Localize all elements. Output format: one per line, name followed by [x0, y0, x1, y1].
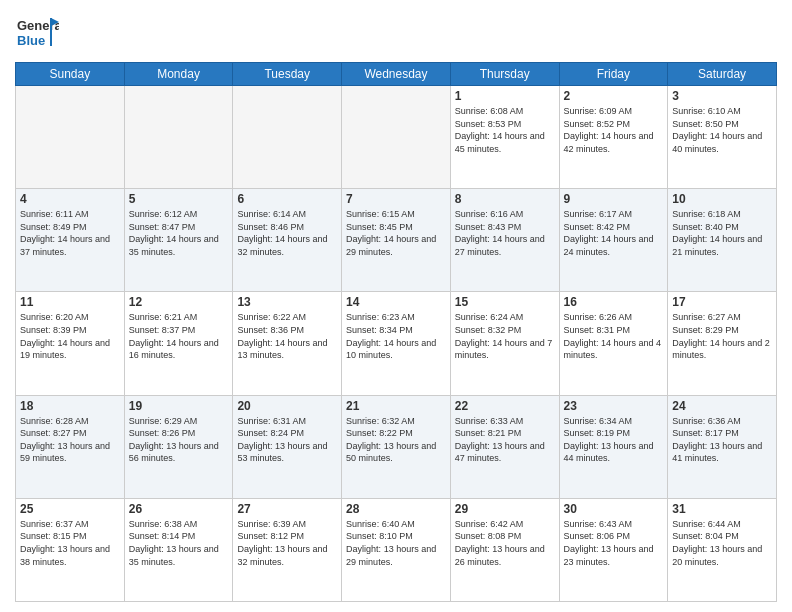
calendar-cell: 4Sunrise: 6:11 AMSunset: 8:49 PMDaylight… [16, 189, 125, 292]
day-header-sunday: Sunday [16, 63, 125, 86]
day-number: 17 [672, 295, 772, 309]
day-info: Sunrise: 6:31 AMSunset: 8:24 PMDaylight:… [237, 415, 337, 465]
calendar-cell: 13Sunrise: 6:22 AMSunset: 8:36 PMDayligh… [233, 292, 342, 395]
day-number: 26 [129, 502, 229, 516]
day-number: 23 [564, 399, 664, 413]
calendar-cell: 14Sunrise: 6:23 AMSunset: 8:34 PMDayligh… [342, 292, 451, 395]
calendar-cell: 12Sunrise: 6:21 AMSunset: 8:37 PMDayligh… [124, 292, 233, 395]
page: General Blue SundayMondayTuesdayWednesda… [0, 0, 792, 612]
day-number: 4 [20, 192, 120, 206]
day-info: Sunrise: 6:09 AMSunset: 8:52 PMDaylight:… [564, 105, 664, 155]
calendar-cell: 24Sunrise: 6:36 AMSunset: 8:17 PMDayligh… [668, 395, 777, 498]
day-number: 8 [455, 192, 555, 206]
day-number: 5 [129, 192, 229, 206]
calendar-cell: 17Sunrise: 6:27 AMSunset: 8:29 PMDayligh… [668, 292, 777, 395]
calendar-cell: 21Sunrise: 6:32 AMSunset: 8:22 PMDayligh… [342, 395, 451, 498]
day-number: 6 [237, 192, 337, 206]
day-number: 25 [20, 502, 120, 516]
calendar-cell: 27Sunrise: 6:39 AMSunset: 8:12 PMDayligh… [233, 498, 342, 601]
day-info: Sunrise: 6:44 AMSunset: 8:04 PMDaylight:… [672, 518, 772, 568]
calendar-cell: 29Sunrise: 6:42 AMSunset: 8:08 PMDayligh… [450, 498, 559, 601]
day-info: Sunrise: 6:16 AMSunset: 8:43 PMDaylight:… [455, 208, 555, 258]
calendar-cell: 1Sunrise: 6:08 AMSunset: 8:53 PMDaylight… [450, 86, 559, 189]
calendar-cell: 3Sunrise: 6:10 AMSunset: 8:50 PMDaylight… [668, 86, 777, 189]
day-number: 28 [346, 502, 446, 516]
calendar: SundayMondayTuesdayWednesdayThursdayFrid… [15, 62, 777, 602]
day-info: Sunrise: 6:39 AMSunset: 8:12 PMDaylight:… [237, 518, 337, 568]
calendar-cell: 11Sunrise: 6:20 AMSunset: 8:39 PMDayligh… [16, 292, 125, 395]
week-row-1: 4Sunrise: 6:11 AMSunset: 8:49 PMDaylight… [16, 189, 777, 292]
day-info: Sunrise: 6:23 AMSunset: 8:34 PMDaylight:… [346, 311, 446, 361]
calendar-cell [233, 86, 342, 189]
day-number: 31 [672, 502, 772, 516]
day-header-saturday: Saturday [668, 63, 777, 86]
day-number: 13 [237, 295, 337, 309]
calendar-cell: 30Sunrise: 6:43 AMSunset: 8:06 PMDayligh… [559, 498, 668, 601]
day-number: 12 [129, 295, 229, 309]
day-number: 29 [455, 502, 555, 516]
calendar-cell [342, 86, 451, 189]
day-number: 30 [564, 502, 664, 516]
day-number: 19 [129, 399, 229, 413]
day-number: 14 [346, 295, 446, 309]
calendar-cell: 18Sunrise: 6:28 AMSunset: 8:27 PMDayligh… [16, 395, 125, 498]
day-info: Sunrise: 6:22 AMSunset: 8:36 PMDaylight:… [237, 311, 337, 361]
day-info: Sunrise: 6:38 AMSunset: 8:14 PMDaylight:… [129, 518, 229, 568]
day-info: Sunrise: 6:20 AMSunset: 8:39 PMDaylight:… [20, 311, 120, 361]
day-number: 18 [20, 399, 120, 413]
day-number: 2 [564, 89, 664, 103]
calendar-cell: 8Sunrise: 6:16 AMSunset: 8:43 PMDaylight… [450, 189, 559, 292]
calendar-cell: 6Sunrise: 6:14 AMSunset: 8:46 PMDaylight… [233, 189, 342, 292]
calendar-cell: 31Sunrise: 6:44 AMSunset: 8:04 PMDayligh… [668, 498, 777, 601]
day-info: Sunrise: 6:43 AMSunset: 8:06 PMDaylight:… [564, 518, 664, 568]
day-number: 16 [564, 295, 664, 309]
calendar-cell: 19Sunrise: 6:29 AMSunset: 8:26 PMDayligh… [124, 395, 233, 498]
day-info: Sunrise: 6:34 AMSunset: 8:19 PMDaylight:… [564, 415, 664, 465]
day-info: Sunrise: 6:11 AMSunset: 8:49 PMDaylight:… [20, 208, 120, 258]
day-number: 7 [346, 192, 446, 206]
calendar-cell: 25Sunrise: 6:37 AMSunset: 8:15 PMDayligh… [16, 498, 125, 601]
calendar-cell: 2Sunrise: 6:09 AMSunset: 8:52 PMDaylight… [559, 86, 668, 189]
logo: General Blue [15, 10, 59, 54]
calendar-cell: 9Sunrise: 6:17 AMSunset: 8:42 PMDaylight… [559, 189, 668, 292]
day-info: Sunrise: 6:28 AMSunset: 8:27 PMDaylight:… [20, 415, 120, 465]
day-number: 24 [672, 399, 772, 413]
calendar-cell: 23Sunrise: 6:34 AMSunset: 8:19 PMDayligh… [559, 395, 668, 498]
day-info: Sunrise: 6:27 AMSunset: 8:29 PMDaylight:… [672, 311, 772, 361]
calendar-cell: 26Sunrise: 6:38 AMSunset: 8:14 PMDayligh… [124, 498, 233, 601]
calendar-cell: 22Sunrise: 6:33 AMSunset: 8:21 PMDayligh… [450, 395, 559, 498]
day-number: 10 [672, 192, 772, 206]
svg-text:Blue: Blue [17, 33, 45, 48]
day-info: Sunrise: 6:42 AMSunset: 8:08 PMDaylight:… [455, 518, 555, 568]
day-info: Sunrise: 6:18 AMSunset: 8:40 PMDaylight:… [672, 208, 772, 258]
day-info: Sunrise: 6:37 AMSunset: 8:15 PMDaylight:… [20, 518, 120, 568]
day-header-thursday: Thursday [450, 63, 559, 86]
calendar-cell: 10Sunrise: 6:18 AMSunset: 8:40 PMDayligh… [668, 189, 777, 292]
day-info: Sunrise: 6:12 AMSunset: 8:47 PMDaylight:… [129, 208, 229, 258]
calendar-cell: 28Sunrise: 6:40 AMSunset: 8:10 PMDayligh… [342, 498, 451, 601]
day-info: Sunrise: 6:36 AMSunset: 8:17 PMDaylight:… [672, 415, 772, 465]
day-info: Sunrise: 6:10 AMSunset: 8:50 PMDaylight:… [672, 105, 772, 155]
day-number: 15 [455, 295, 555, 309]
day-info: Sunrise: 6:26 AMSunset: 8:31 PMDaylight:… [564, 311, 664, 361]
day-number: 3 [672, 89, 772, 103]
calendar-cell: 15Sunrise: 6:24 AMSunset: 8:32 PMDayligh… [450, 292, 559, 395]
day-info: Sunrise: 6:33 AMSunset: 8:21 PMDaylight:… [455, 415, 555, 465]
day-info: Sunrise: 6:24 AMSunset: 8:32 PMDaylight:… [455, 311, 555, 361]
day-number: 21 [346, 399, 446, 413]
day-info: Sunrise: 6:32 AMSunset: 8:22 PMDaylight:… [346, 415, 446, 465]
day-header-monday: Monday [124, 63, 233, 86]
day-header-tuesday: Tuesday [233, 63, 342, 86]
day-header-friday: Friday [559, 63, 668, 86]
day-info: Sunrise: 6:17 AMSunset: 8:42 PMDaylight:… [564, 208, 664, 258]
logo-icon: General Blue [15, 10, 59, 54]
week-row-2: 11Sunrise: 6:20 AMSunset: 8:39 PMDayligh… [16, 292, 777, 395]
day-info: Sunrise: 6:40 AMSunset: 8:10 PMDaylight:… [346, 518, 446, 568]
day-number: 27 [237, 502, 337, 516]
week-row-0: 1Sunrise: 6:08 AMSunset: 8:53 PMDaylight… [16, 86, 777, 189]
calendar-header-row: SundayMondayTuesdayWednesdayThursdayFrid… [16, 63, 777, 86]
day-number: 11 [20, 295, 120, 309]
calendar-cell: 16Sunrise: 6:26 AMSunset: 8:31 PMDayligh… [559, 292, 668, 395]
calendar-cell: 7Sunrise: 6:15 AMSunset: 8:45 PMDaylight… [342, 189, 451, 292]
day-number: 22 [455, 399, 555, 413]
